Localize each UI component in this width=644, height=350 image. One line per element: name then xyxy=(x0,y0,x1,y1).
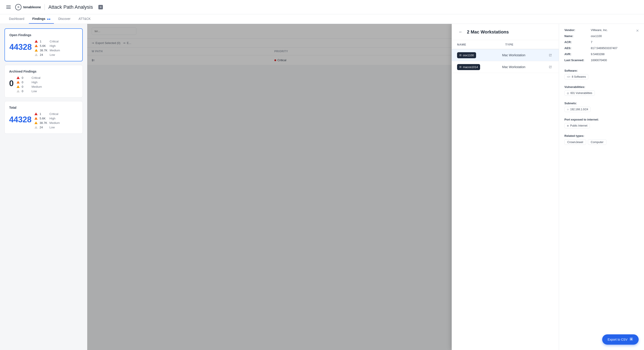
modal-table: Name Type ⊞ osx1100 Mac Workstati xyxy=(452,40,559,350)
sev-medium: 38.7K Medium xyxy=(34,48,60,52)
arch-low-icon xyxy=(16,89,20,93)
findings-badge xyxy=(47,18,50,20)
medium-label: Medium xyxy=(50,49,60,52)
software-title: Software: xyxy=(564,69,639,72)
high-count: 5.6K xyxy=(40,44,48,47)
col-name-header: Name xyxy=(457,43,505,46)
modal-table-row-1[interactable]: ⊞ osx1100 Mac Workstation xyxy=(452,49,559,61)
type-badge-crownjewel[interactable]: CrownJewel xyxy=(564,139,586,145)
export-btn-label: Export to CSV xyxy=(608,338,628,341)
computer-icon-2: ⊞ xyxy=(459,65,462,68)
modal-left-section: ← 2 Mac Workstations Name Type ⊞ xyxy=(452,24,559,350)
vendor-value: VMware, Inc. xyxy=(591,28,608,32)
logo-text: tenableone xyxy=(23,5,41,9)
subnets-title: Subnets: xyxy=(564,102,639,105)
total-findings-row: 44328 1 Critical 5.6K High xyxy=(9,112,78,129)
open-findings-row: 44328 1 Critical 5.6K High xyxy=(10,39,78,56)
code-icon: </> xyxy=(567,75,570,78)
name-value: osx1100 xyxy=(591,34,602,38)
low-label: Low xyxy=(50,53,55,56)
total-findings-title: Total xyxy=(9,106,78,109)
tot-critical-icon xyxy=(34,112,38,116)
tab-attck[interactable]: ATT&CK xyxy=(75,14,94,24)
vendor-row: Vendor: VMware, Inc. xyxy=(564,28,639,32)
type-badge-computer[interactable]: Computer xyxy=(588,139,606,145)
network-icon: ⊹ xyxy=(567,108,569,111)
export-csv-button[interactable]: Export to CSV xyxy=(602,334,639,345)
vuln-icon: ◎ xyxy=(567,92,569,95)
arch-sev-critical: 0 Critical xyxy=(16,76,42,79)
acr-label: ACR: xyxy=(564,40,589,44)
software-tag[interactable]: </> 8 Softwares xyxy=(564,74,588,79)
tot-sev-high: 5.6K High xyxy=(34,117,60,120)
aes-value: 817.5469503337407 xyxy=(591,46,618,50)
sev-high: 5.6K High xyxy=(34,44,60,47)
app-header: ⊙ tenableone Attack Path Analysis ⊞ xyxy=(0,0,644,14)
external-link-1[interactable] xyxy=(547,52,554,58)
medium-count: 38.7K xyxy=(40,49,48,52)
tot-low-icon xyxy=(34,126,38,129)
last-scanned-row: Last Scanned: 1690070400 xyxy=(564,58,639,62)
badge-dot-2 xyxy=(49,18,50,20)
page-title: Attack Path Analysis xyxy=(48,4,93,10)
app-container: ⊙ tenableone Attack Path Analysis ⊞ Dash… xyxy=(0,0,644,350)
arch-critical-icon xyxy=(16,76,20,79)
tab-dashboard[interactable]: Dashboard xyxy=(5,14,28,24)
external-link-2[interactable] xyxy=(547,64,554,70)
sev-low: 24 Low xyxy=(34,53,60,56)
last-scanned-value: 1690070400 xyxy=(591,58,607,62)
modal-right-section: ✕ Vendor: VMware, Inc. Name: osx1100 ACR… xyxy=(559,24,644,350)
vulnerabilities-section: Vulnerabilities: ◎ 601 Vulnerabilities xyxy=(564,85,639,97)
content-area: Open Findings 44328 1 Critical 5.6K High xyxy=(0,24,644,350)
vulnerabilities-tag[interactable]: ◎ 601 Vulnerabilities xyxy=(564,90,595,96)
row1-name: ⊞ osx1100 xyxy=(457,52,502,58)
aes-label: AES: xyxy=(564,46,589,50)
tot-sev-medium: 38.7K Medium xyxy=(34,121,60,125)
tab-findings[interactable]: Findings xyxy=(29,14,54,24)
arch-sev-high: 0 High xyxy=(16,80,42,84)
medium-icon xyxy=(34,48,38,52)
row2-type: Mac Workstation xyxy=(502,65,548,69)
port-tag[interactable]: ⊕ Public Internet xyxy=(564,123,590,128)
modal-title: 2 Mac Workstations xyxy=(467,29,509,35)
low-icon xyxy=(34,53,38,56)
high-label: High xyxy=(50,44,56,47)
archived-severity-list: 0 Critical 0 High 0 Medium xyxy=(16,76,42,93)
software-section: Software: </> 8 Softwares xyxy=(564,69,639,81)
tab-discover[interactable]: Discover xyxy=(55,14,74,24)
menu-button[interactable] xyxy=(5,5,12,9)
port-section: Port exposed to internet: ⊕ Public Inter… xyxy=(564,118,639,130)
row1-type: Mac Workstation xyxy=(502,53,548,57)
last-scanned-label: Last Scanned: xyxy=(564,58,589,62)
avr-row: AVR: 9.5483288 xyxy=(564,52,639,56)
tot-sev-critical: 1 Critical xyxy=(34,112,60,116)
acr-value: 7 xyxy=(591,40,592,44)
modal-panel: ← 2 Mac Workstations Name Type ⊞ xyxy=(452,24,644,350)
archived-findings-title: Archived Findings xyxy=(9,70,78,73)
close-button[interactable]: ✕ xyxy=(634,27,640,34)
sev-critical: 1 Critical xyxy=(34,39,60,43)
port-title: Port exposed to internet: xyxy=(564,118,639,121)
arch-medium-icon xyxy=(16,85,20,88)
open-severity-list: 1 Critical 5.6K High 38.7K Medium xyxy=(34,39,60,56)
subnets-section: Subnets: ⊹ 192.168.1.0/24 xyxy=(564,102,639,113)
low-count: 24 xyxy=(40,53,48,56)
row2-name: ⊞ macos1014 xyxy=(457,64,502,70)
open-findings-card: Open Findings 44328 1 Critical 5.6K High xyxy=(4,28,83,61)
col-type-header: Type xyxy=(505,43,554,46)
tot-medium-icon xyxy=(34,121,38,125)
open-findings-count: 44328 xyxy=(10,42,32,52)
subnets-tag[interactable]: ⊹ 192.168.1.0/24 xyxy=(564,107,590,112)
critical-count: 1 xyxy=(40,40,48,43)
modal-header: ← 2 Mac Workstations xyxy=(452,24,559,40)
computer-icon-1: ⊞ xyxy=(459,54,462,57)
modal-table-header: Name Type xyxy=(452,40,559,49)
logo-icon: ⊙ xyxy=(15,4,22,10)
arch-sev-low: 0 Low xyxy=(16,89,42,93)
critical-label: Critical xyxy=(50,40,58,43)
vulnerabilities-title: Vulnerabilities: xyxy=(564,85,639,89)
back-button[interactable]: ← xyxy=(457,28,464,35)
logo-area: ⊙ tenableone xyxy=(15,4,41,10)
details-section: Vendor: VMware, Inc. Name: osx1100 ACR: … xyxy=(564,28,639,64)
modal-table-row-2[interactable]: ⊞ macos1014 Mac Workstation xyxy=(452,61,559,73)
